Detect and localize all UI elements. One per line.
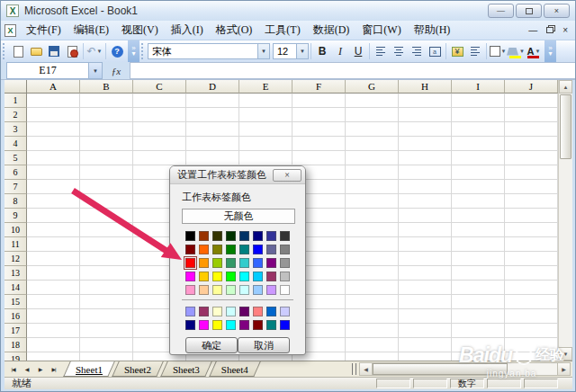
new-document-button[interactable]	[9, 42, 27, 60]
color-swatch[interactable]	[280, 307, 290, 316]
color-swatch[interactable]	[266, 231, 276, 241]
font-name-combo[interactable]: 宋体 ▼	[148, 43, 270, 59]
color-swatch[interactable]	[226, 307, 236, 316]
save-button[interactable]	[45, 42, 63, 60]
row-header[interactable]: 7	[4, 180, 27, 194]
column-header[interactable]: G	[346, 80, 399, 94]
row-header[interactable]: 6	[4, 165, 27, 180]
toolbar-drag-handle[interactable]	[3, 43, 6, 59]
color-swatch[interactable]	[280, 245, 290, 254]
menu-item[interactable]: 插入(I)	[165, 21, 210, 40]
column-header[interactable]: I	[452, 80, 505, 94]
vertical-scroll-thumb[interactable]	[560, 94, 572, 159]
color-swatch[interactable]	[280, 231, 290, 241]
font-color-button[interactable]: A▼	[525, 42, 543, 60]
color-swatch[interactable]	[226, 231, 236, 241]
horizontal-scroll-track[interactable]	[373, 362, 557, 376]
color-swatch[interactable]	[185, 231, 195, 241]
font-size-combo[interactable]: 12 ▼	[273, 43, 309, 59]
font-size-dropdown-icon[interactable]: ▼	[296, 44, 308, 58]
color-swatch[interactable]	[266, 272, 276, 281]
row-header[interactable]: 18	[4, 338, 27, 352]
tab-split-handle[interactable]	[352, 363, 356, 375]
color-swatch[interactable]	[239, 272, 249, 281]
menu-item[interactable]: 数据(D)	[307, 21, 356, 40]
menu-item[interactable]: 工具(T)	[258, 21, 306, 40]
column-header[interactable]: H	[399, 80, 452, 94]
dialog-title-bar[interactable]: 设置工作表标签颜色 ×	[170, 166, 305, 184]
toolbar-drag-handle[interactable]	[141, 43, 145, 59]
color-swatch[interactable]	[185, 272, 195, 281]
maximize-button[interactable]	[516, 4, 542, 18]
workbook-minimize-icon[interactable]: —	[528, 25, 537, 35]
row-header[interactable]: 4	[4, 137, 27, 151]
toolbar-options-button[interactable]: »▾	[544, 40, 556, 62]
row-header[interactable]: 12	[4, 252, 27, 266]
color-swatch[interactable]	[185, 320, 195, 330]
color-swatch[interactable]	[185, 258, 195, 268]
help-button[interactable]: ?	[108, 42, 126, 60]
scroll-left-button[interactable]: ◀	[359, 362, 373, 376]
column-header[interactable]: C	[133, 80, 186, 94]
last-sheet-button[interactable]: ▶|	[48, 363, 59, 375]
color-swatch[interactable]	[280, 272, 290, 281]
row-header[interactable]: 15	[4, 295, 27, 309]
scroll-up-button[interactable]: ▲	[559, 80, 572, 94]
workbook-restore-icon[interactable]	[546, 27, 554, 33]
scroll-down-button[interactable]: ▼	[559, 347, 572, 361]
color-swatch[interactable]	[212, 320, 222, 330]
column-header[interactable]: J	[505, 80, 558, 94]
color-swatch[interactable]	[185, 245, 195, 254]
permission-button[interactable]	[63, 42, 81, 60]
underline-button[interactable]: U	[349, 42, 367, 60]
color-swatch[interactable]	[239, 285, 249, 295]
bold-button[interactable]: B	[313, 42, 331, 60]
row-header[interactable]: 17	[4, 324, 27, 338]
color-swatch[interactable]	[199, 245, 209, 254]
color-swatch[interactable]	[253, 258, 263, 268]
column-header[interactable]: A	[27, 80, 80, 94]
merge-center-button[interactable]: a	[426, 42, 444, 60]
align-left-button[interactable]	[372, 42, 390, 60]
color-swatch[interactable]	[280, 320, 290, 330]
menu-item[interactable]: 编辑(E)	[68, 21, 115, 40]
color-swatch[interactable]	[226, 320, 236, 330]
italic-button[interactable]: I	[331, 42, 349, 60]
color-swatch[interactable]	[239, 245, 249, 254]
color-swatch[interactable]	[212, 245, 222, 254]
row-header[interactable]: 14	[4, 281, 27, 295]
prev-sheet-button[interactable]: ◀	[21, 363, 32, 375]
color-swatch[interactable]	[266, 320, 276, 330]
menu-item[interactable]: 帮助(H)	[408, 21, 457, 40]
color-swatch[interactable]	[199, 272, 209, 281]
color-swatch[interactable]	[185, 307, 195, 316]
close-button[interactable]: ×	[544, 4, 570, 18]
sheet-tab[interactable]: Sheet4	[211, 361, 259, 377]
horizontal-scroll-thumb[interactable]	[373, 363, 508, 375]
color-swatch[interactable]	[212, 272, 222, 281]
menu-item[interactable]: 窗口(W)	[356, 21, 407, 40]
borders-dropdown-icon[interactable]: ▼	[501, 49, 507, 54]
color-swatch[interactable]	[226, 258, 236, 268]
row-header[interactable]: 19	[4, 352, 27, 361]
color-swatch[interactable]	[212, 258, 222, 268]
row-header[interactable]: 2	[4, 108, 27, 122]
vertical-scrollbar[interactable]: ▲ ▼	[558, 80, 572, 361]
first-sheet-button[interactable]: |◀	[7, 363, 19, 375]
color-swatch[interactable]	[199, 258, 209, 268]
no-color-button[interactable]: 无颜色	[182, 209, 295, 224]
toolbar-options-button[interactable]: »▾	[128, 40, 140, 62]
row-header[interactable]: 10	[4, 223, 27, 237]
color-swatch[interactable]	[212, 231, 222, 241]
column-header[interactable]: E	[239, 80, 292, 94]
align-right-button[interactable]	[408, 42, 426, 60]
borders-button[interactable]: ▼	[489, 42, 507, 60]
color-swatch[interactable]	[226, 285, 236, 295]
color-swatch[interactable]	[253, 231, 263, 241]
color-swatch[interactable]	[212, 285, 222, 295]
color-swatch[interactable]	[266, 285, 276, 295]
formula-input[interactable]	[130, 62, 575, 79]
color-swatch[interactable]	[266, 307, 276, 316]
scroll-right-button[interactable]: ▶	[557, 362, 571, 376]
name-box[interactable]: E17	[6, 62, 89, 79]
